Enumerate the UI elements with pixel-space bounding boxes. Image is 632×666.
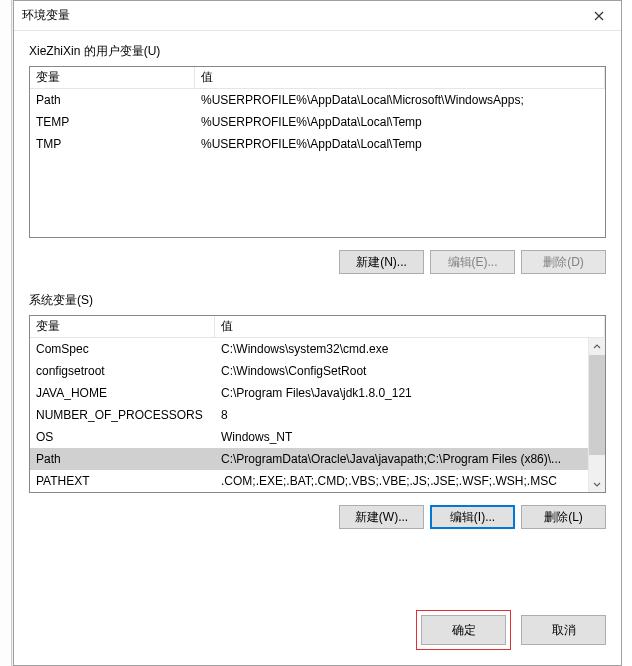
list-row[interactable]: OS Windows_NT	[30, 426, 605, 448]
background-right-strip	[622, 0, 632, 666]
user-vars-button-row: 新建(N)... 编辑(E)... 删除(D)	[29, 250, 606, 274]
cell-variable: TEMP	[30, 115, 195, 129]
user-header-value[interactable]: 值	[195, 67, 605, 88]
ok-button[interactable]: 确定	[421, 615, 506, 645]
list-row[interactable]: ComSpec C:\Windows\system32\cmd.exe	[30, 338, 605, 360]
cell-variable: NUMBER_OF_PROCESSORS	[30, 408, 215, 422]
dialog-body: http://blog.csdn.net/lihua5419 XieZhiXin…	[14, 31, 621, 600]
list-row[interactable]: JAVA_HOME C:\Program Files\Java\jdk1.8.0…	[30, 382, 605, 404]
system-vars-header: 变量 值	[30, 316, 605, 338]
cell-variable: ComSpec	[30, 342, 215, 356]
cell-value: Windows_NT	[215, 430, 605, 444]
cell-value: %USERPROFILE%\AppData\Local\Temp	[195, 115, 605, 129]
cancel-button[interactable]: 取消	[521, 615, 606, 645]
user-edit-button[interactable]: 编辑(E)...	[430, 250, 515, 274]
list-row[interactable]: TEMP %USERPROFILE%\AppData\Local\Temp	[30, 111, 605, 133]
list-row[interactable]: configsetroot C:\Windows\ConfigSetRoot	[30, 360, 605, 382]
scroll-down-button[interactable]	[589, 475, 605, 492]
user-vars-label: XieZhiXin 的用户变量(U)	[29, 43, 606, 60]
system-vars-button-row: 新建(W)... 编辑(I)... 删除(L)	[29, 505, 606, 529]
user-vars-header: 变量 值	[30, 67, 605, 89]
cell-value: %USERPROFILE%\AppData\Local\Temp	[195, 137, 605, 151]
user-new-button[interactable]: 新建(N)...	[339, 250, 424, 274]
system-header-value[interactable]: 值	[215, 316, 605, 337]
chevron-up-icon	[593, 343, 601, 351]
chevron-down-icon	[593, 480, 601, 488]
ok-button-highlight: 确定	[416, 610, 511, 650]
cell-value: C:\Windows\system32\cmd.exe	[215, 342, 605, 356]
cell-value: C:\Program Files\Java\jdk1.8.0_121	[215, 386, 605, 400]
list-row[interactable]: Path %USERPROFILE%\AppData\Local\Microso…	[30, 89, 605, 111]
system-delete-button[interactable]: 删除(L)	[521, 505, 606, 529]
cell-variable: JAVA_HOME	[30, 386, 215, 400]
cell-value: 8	[215, 408, 605, 422]
list-row[interactable]: Path C:\ProgramData\Oracle\Java\javapath…	[30, 448, 605, 470]
cell-variable: Path	[30, 93, 195, 107]
titlebar: 环境变量	[14, 1, 621, 31]
user-header-variable[interactable]: 变量	[30, 67, 195, 88]
cell-value: C:\ProgramData\Oracle\Java\javapath;C:\P…	[215, 452, 605, 466]
cell-value: %USERPROFILE%\AppData\Local\Microsoft\Wi…	[195, 93, 605, 107]
scroll-up-button[interactable]	[589, 338, 605, 355]
scroll-thumb[interactable]	[589, 355, 605, 455]
user-vars-listbox[interactable]: 变量 值 Path %USERPROFILE%\AppData\Local\Mi…	[29, 66, 606, 238]
cell-variable: PATHEXT	[30, 474, 215, 488]
env-vars-dialog: 环境变量 http://blog.csdn.net/lihua5419 XieZ…	[13, 0, 622, 666]
window-title: 环境变量	[22, 7, 577, 24]
list-row[interactable]: NUMBER_OF_PROCESSORS 8	[30, 404, 605, 426]
close-button[interactable]	[577, 2, 621, 30]
background-left-strip	[0, 0, 12, 666]
system-vars-label: 系统变量(S)	[29, 292, 606, 309]
system-edit-button[interactable]: 编辑(I)...	[430, 505, 515, 529]
cell-value: C:\Windows\ConfigSetRoot	[215, 364, 605, 378]
user-delete-button[interactable]: 删除(D)	[521, 250, 606, 274]
system-new-button[interactable]: 新建(W)...	[339, 505, 424, 529]
system-header-variable[interactable]: 变量	[30, 316, 215, 337]
close-icon	[594, 11, 604, 21]
list-row[interactable]: PATHEXT .COM;.EXE;.BAT;.CMD;.VBS;.VBE;.J…	[30, 470, 605, 492]
system-vars-scrollbar[interactable]	[588, 338, 605, 492]
cell-variable: TMP	[30, 137, 195, 151]
cell-variable: configsetroot	[30, 364, 215, 378]
system-vars-listbox[interactable]: 变量 值 ComSpec C:\Windows\system32\cmd.exe…	[29, 315, 606, 493]
list-row[interactable]: TMP %USERPROFILE%\AppData\Local\Temp	[30, 133, 605, 155]
cell-value: .COM;.EXE;.BAT;.CMD;.VBS;.VBE;.JS;.JSE;.…	[215, 474, 605, 488]
cell-variable: OS	[30, 430, 215, 444]
cell-variable: Path	[30, 452, 215, 466]
dialog-button-row: 确定 取消	[14, 600, 621, 665]
